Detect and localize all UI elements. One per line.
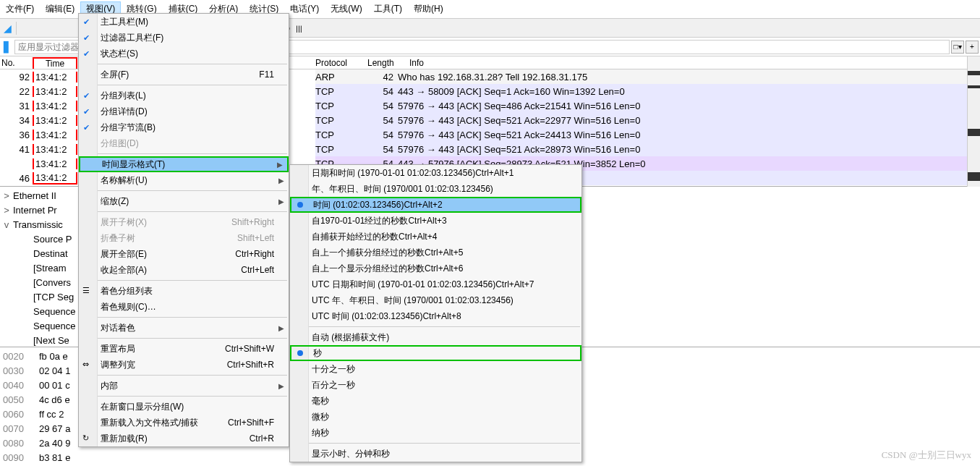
menu-item[interactable]: 缩放(Z)▶ — [79, 193, 289, 209]
menu-item[interactable]: ✔主工具栏(M) — [79, 14, 289, 30]
col-time[interactable]: Time — [33, 57, 77, 69]
menu-label: 时间显示格式(T) — [102, 158, 165, 171]
menubar-item-10[interactable]: 帮助(H) — [408, 1, 449, 17]
menu-label: 重置布局 — [101, 343, 135, 355]
menu-item[interactable]: 全屏(F)F11 — [79, 67, 289, 82]
shortcut: Shift+Right — [203, 217, 274, 227]
add-filter-button[interactable]: + — [966, 41, 979, 54]
submenu-arrow-icon: ▶ — [277, 161, 283, 169]
menu-item[interactable]: 对话着色▶ — [79, 320, 289, 336]
col-no[interactable]: No. — [0, 58, 33, 68]
submenu-item[interactable]: UTC 日期和时间 (1970-01-01 01:02:03.123456)Ct… — [290, 276, 581, 292]
scrollbar[interactable] — [967, 56, 980, 187]
submenu-item[interactable]: 自上一个捕获分组经过的秒数Ctrl+Alt+5 — [290, 245, 581, 260]
expression-button[interactable]: □▾ — [951, 41, 964, 54]
packet-row[interactable]: TCP5457976 → 443 [ACK] Seq=521 Ack=22977… — [315, 113, 980, 127]
shortcut: Ctrl+Shift+F — [199, 418, 274, 428]
menubar-item-0[interactable]: 文件(F) — [0, 1, 40, 17]
menu-label: 主工具栏(M) — [101, 16, 148, 28]
shortcut: Ctrl+R — [221, 433, 274, 444]
packet-row[interactable]: TCP5457976 → 443 [ACK] Seq=486 Ack=21541… — [315, 98, 980, 113]
menu-item[interactable]: ☰着色分组列表 — [79, 283, 289, 299]
submenu-item[interactable]: UTC 时间 (01:02:03.123456)Ctrl+Alt+8 — [290, 308, 581, 324]
menu-item[interactable]: ✔状态栏(S) — [79, 46, 289, 62]
submenu-item[interactable]: 年、年积日、时间 (1970/001 01:02:03.123456) — [290, 181, 581, 197]
menu-label: 分组详情(D) — [101, 106, 148, 118]
shortcut: Ctrl+Shift+R — [198, 360, 274, 370]
menu-label: 年、年积日、时间 (1970/001 01:02:03.123456) — [312, 183, 493, 195]
menu-label: UTC 日期和时间 (1970-01-01 01:02:03.123456) — [312, 279, 495, 291]
submenu-item[interactable]: 自上一个显示分组经过的秒数Ctrl+Alt+6 — [290, 260, 581, 276]
submenu-item[interactable]: 毫秒 — [290, 393, 581, 409]
menu-item[interactable]: 着色规则(C)… — [79, 299, 289, 315]
menu-item: 折叠子树Shift+Left — [79, 230, 289, 246]
menu-label: 状态栏(S) — [101, 48, 138, 60]
menu-item[interactable]: ✔过滤器工具栏(F) — [79, 30, 289, 46]
check-icon: ✔ — [83, 107, 90, 116]
menu-item: 展开子树(X)Shift+Right — [79, 214, 289, 230]
menu-label: 自上一个捕获分组经过的秒数 — [312, 247, 425, 259]
menu-item[interactable]: 名称解析(U)▶ — [79, 172, 289, 188]
menu-item[interactable]: 时间显示格式(T)▶ — [79, 156, 289, 172]
menu-item[interactable]: 展开全部(E)Ctrl+Right — [79, 246, 289, 262]
menu-item[interactable]: 重新载入为文件格式/捕获Ctrl+Shift+F — [79, 415, 289, 431]
submenu-item[interactable]: 秒 — [290, 345, 581, 361]
menu-label: 名称解析(U) — [101, 174, 148, 187]
menu-item: 分组图(D) — [79, 135, 289, 151]
menu-item[interactable]: ✔分组列表(L) — [79, 88, 289, 103]
menu-label: 展开子树(X) — [101, 216, 147, 229]
shortcut: Ctrl+Left — [212, 265, 274, 275]
menu-label: 自上一个显示分组经过的秒数 — [312, 263, 425, 275]
shortcut: Ctrl+Alt+3 — [408, 216, 446, 226]
menu-item[interactable]: 在新窗口显示分组(W) — [79, 399, 289, 415]
menu-item[interactable]: 重置布局Ctrl+Shift+W — [79, 341, 289, 357]
menubar-item-7[interactable]: 电话(Y) — [284, 1, 325, 17]
shortcut: Ctrl+Alt+7 — [495, 279, 534, 289]
submenu-item[interactable]: 纳秒 — [290, 425, 581, 441]
check-icon: ✔ — [83, 123, 90, 132]
packet-row[interactable]: TCP5457976 → 443 [ACK] Seq=521 Ack=28973… — [315, 142, 980, 156]
menu-item[interactable]: ⇔调整列宽Ctrl+Shift+R — [79, 357, 289, 373]
menubar-item-1[interactable]: 编辑(E) — [40, 1, 80, 17]
radio-icon — [297, 350, 303, 356]
menubar-item-9[interactable]: 工具(T) — [368, 1, 408, 17]
menu-label: 秒 — [313, 347, 322, 360]
menu-label: 分组列表(L) — [101, 90, 146, 102]
submenu-arrow-icon: ▶ — [278, 198, 284, 206]
menu-label: 微秒 — [312, 411, 329, 423]
submenu-item[interactable]: 微秒 — [290, 409, 581, 425]
shortcut: Ctrl+Alt+4 — [399, 232, 437, 242]
submenu-item[interactable]: 日期和时间 (1970-01-01 01:02:03.123456)Ctrl+A… — [290, 165, 581, 181]
menu-item[interactable]: ✔分组详情(D) — [79, 103, 289, 119]
menu-label: 毫秒 — [312, 395, 329, 407]
col-protocol[interactable]: Protocol — [315, 58, 362, 68]
submenu-item[interactable]: 时间 (01:02:03.123456)Ctrl+Alt+2 — [290, 197, 581, 213]
submenu-item[interactable]: 自动 (根据捕获文件) — [290, 329, 581, 345]
submenu-item[interactable]: 显示小时、分钟和秒 — [290, 446, 581, 462]
menu-item[interactable]: ✔分组字节流(B) — [79, 119, 289, 135]
columns-icon[interactable]: ⫼ — [294, 22, 305, 34]
col-info[interactable]: Info — [409, 58, 424, 68]
packet-row[interactable]: TCP5457976 → 443 [ACK] Seq=521 Ack=24413… — [315, 127, 980, 142]
menu-item[interactable]: ↻重新加载(R)Ctrl+R — [79, 431, 289, 446]
col-length[interactable]: Length — [367, 58, 404, 68]
submenu-item[interactable]: 自捕获开始经过的秒数Ctrl+Alt+4 — [290, 229, 581, 245]
submenu-item[interactable]: 自1970-01-01经过的秒数Ctrl+Alt+3 — [290, 213, 581, 229]
submenu-arrow-icon: ▶ — [278, 382, 284, 390]
menu-item[interactable]: 收起全部(A)Ctrl+Left — [79, 262, 289, 278]
menubar-item-8[interactable]: 无线(W) — [325, 1, 367, 17]
menu-label: UTC 年、年积日、时间 (1970/001 01:02:03.123456) — [312, 295, 514, 307]
menu-label: 在新窗口显示分组(W) — [101, 401, 184, 413]
menu-label: 十分之一秒 — [312, 363, 355, 376]
packet-row[interactable]: ARP42Who has 192.168.31.28? Tell 192.168… — [315, 69, 980, 84]
check-icon: ✔ — [83, 91, 90, 101]
submenu-item[interactable]: UTC 年、年积日、时间 (1970/001 01:02:03.123456) — [290, 292, 581, 308]
packet-row[interactable]: TCP54443 → 58009 [ACK] Seq=1 Ack=160 Win… — [315, 84, 980, 98]
bookmark-icon[interactable]: ▋ — [1, 41, 13, 53]
shortcut: Ctrl+Alt+2 — [404, 200, 442, 210]
menu-item[interactable]: 内部▶ — [79, 378, 289, 394]
check-icon: ✔ — [83, 33, 90, 43]
submenu-item[interactable]: 百分之一秒 — [290, 377, 581, 393]
submenu-item[interactable]: 十分之一秒 — [290, 361, 581, 377]
menu-label: 重新加载(R) — [101, 433, 148, 445]
